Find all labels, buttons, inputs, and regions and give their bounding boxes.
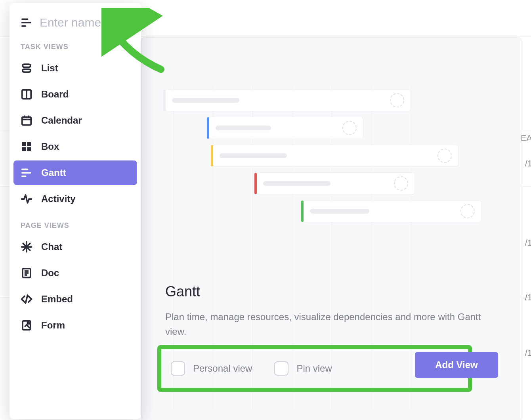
svg-rect-3 [23,64,31,67]
menu-item-label: List [41,63,58,74]
menu-item-form[interactable]: Form [13,313,137,338]
task-views-menu: List Board Calendar Box Gantt [10,56,141,214]
board-icon [21,88,32,100]
add-view-button[interactable]: Add View [415,352,498,378]
menu-item-chat[interactable]: Chat [13,235,137,259]
svg-rect-14 [27,147,31,151]
menu-item-activity[interactable]: Activity [13,187,137,211]
checkbox-label: Personal view [193,363,252,374]
bg-text: /1 [525,158,531,169]
checkbox-label: Pin view [296,363,332,374]
menu-item-label: Board [41,89,69,100]
svg-rect-12 [27,142,31,146]
chat-icon [21,241,32,253]
pin-view-checkbox[interactable]: Pin view [274,361,332,376]
menu-item-label: Chat [41,241,62,252]
menu-item-label: Calendar [41,115,82,126]
detail-title: Gantt [165,283,497,300]
menu-item-box[interactable]: Box [13,134,137,159]
detail-description: Plan time, manage resources, visualize d… [165,309,497,339]
form-icon [21,319,32,331]
menu-item-doc[interactable]: Doc [13,261,137,285]
checkbox-icon [171,361,185,376]
view-picker-panel: TASK VIEWS List Board Calendar Box [10,3,141,419]
embed-icon [21,293,32,305]
calendar-icon [21,115,32,126]
menu-item-embed[interactable]: Embed [13,287,137,311]
bg-text: /1 [525,238,531,248]
menu-item-label: Gantt [41,167,66,178]
box-icon [21,141,32,153]
menu-item-label: Form [41,320,65,331]
doc-icon [21,267,32,279]
gantt-icon [21,17,32,29]
svg-rect-4 [23,69,31,73]
svg-rect-11 [22,142,26,146]
menu-item-label: Embed [41,294,73,305]
svg-line-26 [26,295,28,303]
activity-icon [21,193,32,205]
menu-item-gantt[interactable]: Gantt [13,160,137,185]
bg-text: /1 [525,348,531,358]
page-views-header: PAGE VIEWS [10,214,141,235]
menu-item-label: Activity [41,193,76,204]
menu-item-calendar[interactable]: Calendar [13,108,137,133]
gantt-preview [165,89,497,256]
task-views-header: TASK VIEWS [10,43,141,56]
view-name-input[interactable] [40,16,127,29]
list-icon [21,62,32,74]
view-detail-panel: Gantt Plan time, manage resources, visua… [141,37,521,420]
menu-item-label: Doc [41,267,59,279]
checkbox-icon [274,361,288,376]
personal-view-checkbox[interactable]: Personal view [171,361,252,376]
page-views-menu: Chat Doc Embed Form [10,235,141,341]
menu-item-board[interactable]: Board [13,82,137,107]
bg-text: /1 [525,292,531,303]
menu-item-list[interactable]: List [13,56,137,80]
menu-item-label: Box [41,141,59,152]
svg-rect-7 [22,117,31,125]
bg-text: EA [521,133,531,143]
gantt-icon [21,167,32,179]
svg-rect-13 [22,147,26,151]
